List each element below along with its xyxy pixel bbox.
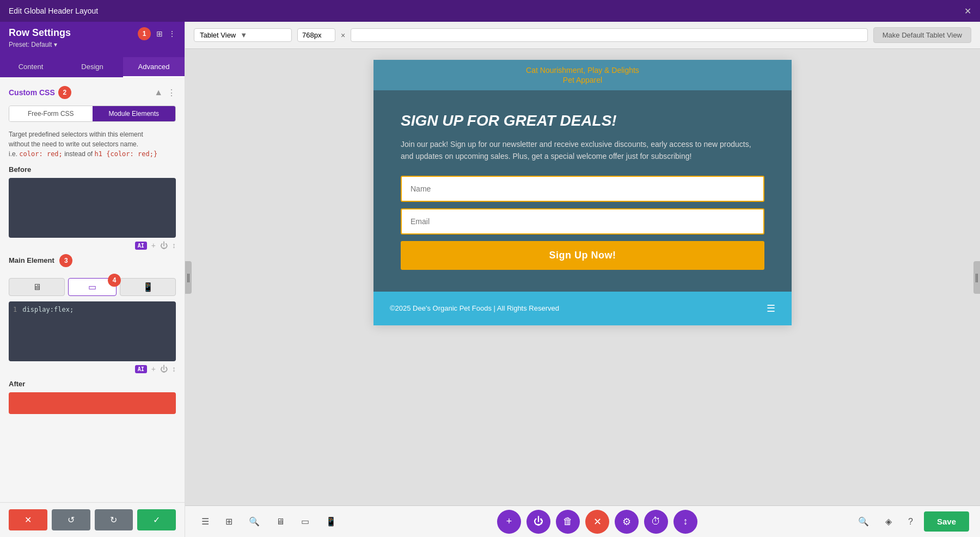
menu-tool-btn[interactable]: ☰: [196, 513, 215, 530]
collapse-icon[interactable]: ▲: [154, 88, 163, 98]
more-options-icon[interactable]: ⋮: [167, 88, 176, 98]
header-actions: 1 ⊞ ⋮: [134, 27, 176, 40]
nav-link-2[interactable]: Pet Apparel: [563, 76, 602, 84]
css-tabs: Free-Form CSS Module Elements: [9, 106, 176, 122]
search-tool-btn[interactable]: 🔍: [243, 513, 265, 530]
main-element-label: Main Element 3: [9, 254, 72, 267]
resize-handle-left[interactable]: ‖: [185, 261, 192, 294]
signup-button[interactable]: Sign Up Now!: [401, 241, 764, 270]
step-badge-4: 4: [108, 274, 121, 287]
save-panel-button[interactable]: ✓: [137, 509, 176, 530]
main-element-header: Main Element 3: [9, 254, 176, 271]
step-badge-2: 2: [58, 86, 71, 99]
css-tab-module[interactable]: Module Elements: [93, 106, 176, 121]
step-badge-1: 1: [138, 27, 151, 40]
preview-toolbar: Tablet View ▼ × Make Default Tablet View: [185, 22, 980, 49]
code-example-2: h1 {color: red;}: [95, 150, 158, 158]
history-circle-btn[interactable]: ⏱: [644, 510, 668, 534]
nav-links: Cat Nourishment, Play & Delights Pet App…: [373, 60, 792, 90]
power-circle-btn[interactable]: ⏻: [526, 510, 550, 534]
settings-circle-btn[interactable]: ⚙: [615, 510, 639, 534]
device-selector: 🖥 ▭ 4 📱: [9, 278, 176, 296]
bottom-center-tools: + ⏻ 🗑 ✕ ⚙ ⏱ ↕: [497, 510, 697, 534]
ai-badge-main[interactable]: AI: [135, 365, 147, 373]
px-input-2[interactable]: [351, 28, 868, 42]
title-bar: Edit Global Header Layout ✕: [0, 0, 980, 22]
view-select[interactable]: Tablet View ▼: [194, 28, 292, 42]
mobile-device-btn[interactable]: 📱: [120, 278, 176, 296]
tab-content[interactable]: Content: [0, 57, 62, 77]
main-element-section: Main Element 3 🖥 ▭ 4 📱 1 display:flex: [9, 254, 176, 373]
row-settings-title: Row Settings: [9, 27, 71, 39]
power-before-btn[interactable]: ⏻: [160, 241, 168, 250]
right-panel: Tablet View ▼ × Make Default Tablet View…: [185, 22, 980, 537]
search2-tool-btn[interactable]: 🔍: [853, 513, 874, 530]
code-example-1: color: red;: [19, 150, 62, 158]
px-input[interactable]: [297, 28, 335, 42]
after-label: After: [9, 380, 176, 388]
layers-tool-btn[interactable]: ◈: [880, 513, 897, 530]
desktop-device-btn[interactable]: 🖥: [9, 278, 65, 296]
delete-circle-btn[interactable]: 🗑: [556, 510, 580, 534]
add-circle-btn[interactable]: +: [497, 510, 521, 534]
save-main-button[interactable]: Save: [924, 511, 969, 532]
close-icon[interactable]: ✕: [964, 6, 971, 16]
panel-tabs: Content Design Advanced: [0, 57, 185, 77]
more-icon[interactable]: ⋮: [168, 29, 176, 38]
before-label: Before: [9, 165, 176, 174]
mobile-tool-btn[interactable]: 📱: [320, 513, 342, 530]
clear-px-btn[interactable]: ×: [341, 31, 345, 40]
settings-icon[interactable]: ⊞: [156, 29, 163, 38]
tab-design[interactable]: Design: [62, 57, 123, 77]
undo-button[interactable]: ↺: [52, 509, 90, 530]
tablet-tool-btn[interactable]: ▭: [296, 513, 315, 530]
sort-main-btn[interactable]: ↕: [172, 365, 176, 373]
add-main-btn[interactable]: +: [151, 365, 156, 373]
css-description: Target predefined selectors within this …: [9, 129, 176, 159]
resize-handle-right[interactable]: ‖: [973, 261, 980, 294]
bottom-toolbar: ☰ ⊞ 🔍 🖥 ▭ 📱 + ⏻ 🗑 ✕ ⚙ ⏱ ↕ 🔍 ◈ ? Save: [185, 505, 980, 537]
ai-badge-before[interactable]: AI: [135, 242, 147, 250]
preview-canvas: ‖ ‖ Cat Nourishment, Play & Delights Pet…: [185, 49, 980, 505]
website-preview: Cat Nourishment, Play & Delights Pet App…: [373, 60, 792, 325]
main-element-code: display:flex;: [22, 306, 74, 313]
panel-bottom: ✕ ↺ ↻ ✓: [0, 502, 185, 537]
title-bar-text: Edit Global Header Layout: [9, 7, 98, 15]
signup-section: SIGN UP FOR GREAT DEALS! Join our pack! …: [373, 90, 792, 292]
bottom-left-tools: ☰ ⊞ 🔍 🖥 ▭ 📱: [196, 513, 342, 530]
before-editor-actions: AI + ⏻ ↕: [9, 241, 176, 250]
nav-link-1[interactable]: Cat Nourishment, Play & Delights: [526, 66, 639, 75]
tab-advanced[interactable]: Advanced: [123, 57, 185, 77]
main-element-editor-actions: AI + ⏻ ↕: [9, 365, 176, 373]
view-select-arrow: ▼: [240, 31, 247, 39]
desktop-tool-btn[interactable]: 🖥: [271, 513, 290, 530]
left-panel: Row Settings Preset: Default ▾ 1 ⊞ ⋮ Con…: [0, 22, 185, 537]
name-input[interactable]: [401, 176, 764, 202]
make-default-btn[interactable]: Make Default Tablet View: [873, 27, 971, 43]
sort-before-btn[interactable]: ↕: [172, 241, 176, 250]
main-element-editor[interactable]: 1 display:flex;: [9, 301, 176, 361]
row-settings-header: Row Settings Preset: Default ▾ 1 ⊞ ⋮: [0, 22, 185, 57]
redo-button[interactable]: ↻: [95, 509, 133, 530]
close-circle-btn[interactable]: ✕: [585, 510, 609, 534]
footer-menu-icon[interactable]: ☰: [767, 303, 775, 314]
power-main-btn[interactable]: ⏻: [160, 365, 168, 373]
signup-description: Join our pack! Sign up for our newslette…: [401, 138, 764, 163]
help-tool-btn[interactable]: ?: [903, 514, 918, 530]
custom-css-title: Custom CSS 2: [9, 86, 71, 99]
signup-heading: SIGN UP FOR GREAT DEALS!: [401, 112, 764, 129]
before-editor[interactable]: [9, 178, 176, 238]
email-input[interactable]: [401, 208, 764, 234]
cancel-button[interactable]: ✕: [9, 509, 47, 530]
grid-tool-btn[interactable]: ⊞: [220, 513, 238, 530]
sort-circle-btn[interactable]: ↕: [673, 510, 697, 534]
after-editor[interactable]: [9, 392, 176, 414]
main-layout: Row Settings Preset: Default ▾ 1 ⊞ ⋮ Con…: [0, 22, 980, 537]
row-settings-preset[interactable]: Preset: Default ▾: [9, 41, 71, 48]
step-badge-3: 3: [59, 254, 72, 267]
footer-text: ©2025 Dee's Organic Pet Foods | All Righ…: [390, 303, 559, 314]
footer-section: ©2025 Dee's Organic Pet Foods | All Righ…: [373, 292, 792, 325]
css-tab-freeform[interactable]: Free-Form CSS: [9, 106, 93, 121]
add-before-btn[interactable]: +: [151, 241, 156, 250]
custom-css-header: Custom CSS 2 ▲ ⋮: [9, 86, 176, 99]
